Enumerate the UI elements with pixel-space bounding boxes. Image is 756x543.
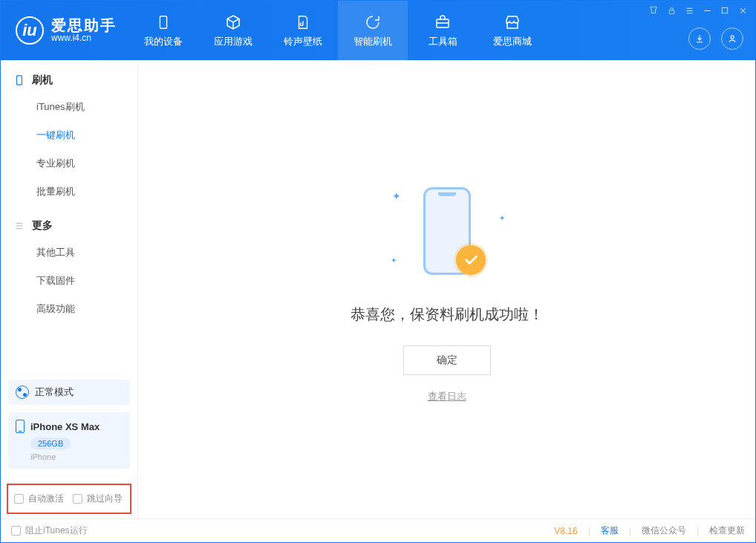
device-name: iPhone XS Max xyxy=(30,421,100,432)
sidebar-item-itunes-flash[interactable]: iTunes刷机 xyxy=(36,93,137,121)
svg-rect-3 xyxy=(722,7,728,13)
sparkle-icon: ✦ xyxy=(391,256,397,264)
toolbox-icon xyxy=(433,13,452,32)
header-actions xyxy=(688,27,743,50)
version-label: V8.16 xyxy=(554,526,577,536)
checkbox-icon xyxy=(73,494,82,504)
logo: iu 爱思助手 www.i4.cn xyxy=(1,16,128,45)
minimize-button[interactable] xyxy=(702,5,712,16)
wechat-link[interactable]: 微信公众号 xyxy=(642,524,686,537)
lock-icon[interactable] xyxy=(666,5,677,16)
device-capacity: 256GB xyxy=(30,438,71,449)
device-icon xyxy=(14,75,25,85)
store-icon xyxy=(503,13,522,32)
device-card[interactable]: iPhone XS Max 256GB iPhone xyxy=(8,412,130,469)
maximize-button[interactable] xyxy=(720,5,730,16)
music-file-icon xyxy=(293,13,313,32)
sidebar-item-one-click-flash[interactable]: 一键刷机 xyxy=(36,121,137,149)
tab-label: 工具箱 xyxy=(428,35,457,48)
app-window: iu 爱思助手 www.i4.cn 我的设备 应用游戏 铃声壁纸 智能刷机 xyxy=(0,0,756,543)
sidebar-item-batch-flash[interactable]: 批量刷机 xyxy=(36,178,137,206)
svg-rect-0 xyxy=(160,16,166,29)
mode-label: 正常模式 xyxy=(35,386,74,399)
phone-icon xyxy=(154,13,173,32)
tab-label: 铃声壁纸 xyxy=(284,35,322,48)
phone-icon xyxy=(16,420,25,433)
tab-label: 爱思商城 xyxy=(493,35,532,48)
tab-label: 智能刷机 xyxy=(353,35,392,48)
tab-label: 应用游戏 xyxy=(214,35,252,48)
checkbox-icon xyxy=(11,526,21,536)
sidebar-group-more: 更多 xyxy=(1,206,137,238)
device-model: iPhone xyxy=(30,452,123,461)
tab-apps-games[interactable]: 应用游戏 xyxy=(198,1,268,60)
sidebar-item-advanced[interactable]: 高级功能 xyxy=(36,295,137,323)
checkbox-block-itunes[interactable]: 阻止iTunes运行 xyxy=(11,524,88,537)
check-update-link[interactable]: 检查更新 xyxy=(709,524,745,537)
download-button[interactable] xyxy=(688,27,711,50)
check-badge-icon xyxy=(456,245,486,275)
body: 刷机 iTunes刷机 一键刷机 专业刷机 批量刷机 更多 其他工具 下载固件 … xyxy=(1,60,755,518)
support-link[interactable]: 客服 xyxy=(601,524,619,537)
close-button[interactable] xyxy=(737,5,748,16)
sparkle-icon: ✦ xyxy=(499,214,505,222)
tab-toolbox[interactable]: 工具箱 xyxy=(408,1,478,60)
nav-tabs: 我的设备 应用游戏 铃声壁纸 智能刷机 工具箱 爱思商城 xyxy=(128,1,547,60)
svg-rect-2 xyxy=(669,10,674,13)
svg-rect-5 xyxy=(17,76,22,85)
footer: 阻止iTunes运行 V8.16 | 客服 | 微信公众号 | 检查更新 xyxy=(1,518,755,542)
success-message: 恭喜您，保资料刷机成功啦！ xyxy=(351,305,544,325)
view-log-link[interactable]: 查看日志 xyxy=(428,390,466,403)
sidebar: 刷机 iTunes刷机 一键刷机 专业刷机 批量刷机 更多 其他工具 下载固件 … xyxy=(1,60,138,518)
sidebar-item-pro-flash[interactable]: 专业刷机 xyxy=(36,149,137,178)
logo-icon: iu xyxy=(16,16,44,45)
tab-smart-flash[interactable]: 智能刷机 xyxy=(338,1,408,60)
checkbox-auto-activate[interactable]: 自动激活 xyxy=(14,492,64,505)
device-mode[interactable]: 正常模式 xyxy=(8,380,130,405)
highlighted-options: 自动激活 跳过向导 xyxy=(7,484,131,514)
window-controls xyxy=(648,5,748,16)
refresh-shield-icon xyxy=(363,13,382,32)
svg-point-4 xyxy=(731,36,734,39)
menu-icon[interactable] xyxy=(684,5,694,16)
main-content: ✦ ✦ ✦ 恭喜您，保资料刷机成功啦！ 确定 查看日志 xyxy=(138,60,755,518)
sidebar-item-download-firmware[interactable]: 下载固件 xyxy=(36,267,137,295)
sparkle-icon: ✦ xyxy=(392,190,401,202)
list-icon xyxy=(14,221,25,231)
sidebar-group-flash: 刷机 xyxy=(1,60,137,93)
user-button[interactable] xyxy=(721,27,743,50)
tshirt-icon[interactable] xyxy=(648,5,659,16)
checkbox-icon xyxy=(14,494,24,504)
tab-ringtones-wallpapers[interactable]: 铃声壁纸 xyxy=(268,1,338,60)
cube-icon xyxy=(224,13,243,32)
header: iu 爱思助手 www.i4.cn 我的设备 应用游戏 铃声壁纸 智能刷机 xyxy=(1,1,755,60)
checkbox-skip-guide[interactable]: 跳过向导 xyxy=(73,492,123,505)
sidebar-item-other-tools[interactable]: 其他工具 xyxy=(36,238,137,267)
confirm-button[interactable]: 确定 xyxy=(403,345,491,375)
tab-my-device[interactable]: 我的设备 xyxy=(128,1,198,60)
app-domain: www.i4.cn xyxy=(51,33,117,43)
app-title: 爱思助手 xyxy=(51,17,117,33)
tab-store[interactable]: 爱思商城 xyxy=(478,1,547,60)
success-illustration: ✦ ✦ ✦ xyxy=(388,175,506,287)
mode-icon xyxy=(16,386,29,399)
tab-label: 我的设备 xyxy=(144,35,183,48)
